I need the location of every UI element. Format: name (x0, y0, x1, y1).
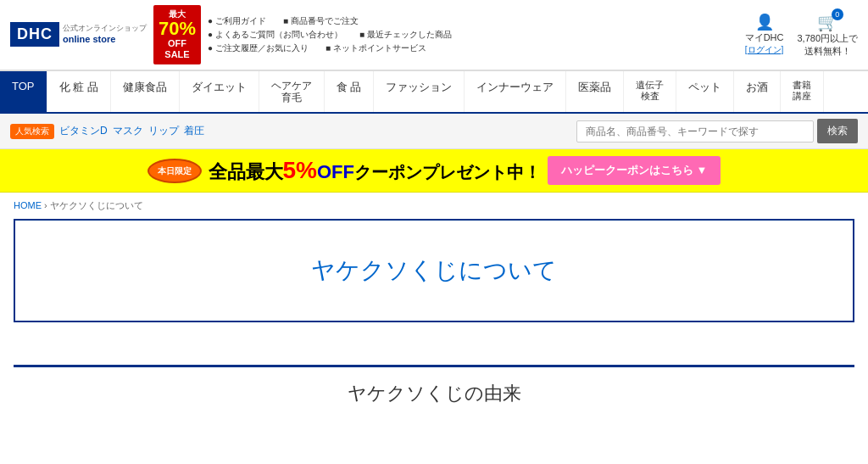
page-title: ヤケクソくじについて (32, 254, 836, 287)
search-bar: 人気検索 ビタミンD マスク リップ 着圧 検索 (0, 114, 868, 149)
content-area: ヤケクソくじについて (0, 219, 868, 365)
cart-icon-wrap: 🛒 0 (817, 12, 838, 32)
cart-area[interactable]: 🛒 0 3,780円以上で 送料無料！ (797, 12, 858, 58)
popular-item-compression[interactable]: 着圧 (184, 124, 204, 138)
coupon-button[interactable]: ハッピークーポンはこちら ▼ (548, 156, 721, 185)
coupon-badge: 本日限定 (147, 159, 202, 183)
nav-item-medicine[interactable]: 医薬品 (566, 71, 624, 113)
section-divider (14, 365, 854, 367)
nav-item-health[interactable]: 健康食品 (111, 71, 180, 113)
coupon-banner: 本日限定 全品最大5%OFFクーポンプレゼント中！ ハッピークーポンはこちら ▼ (0, 149, 868, 193)
popular-item-lip[interactable]: リップ (148, 124, 179, 138)
search-form: 検索 (576, 119, 858, 143)
section-title: ヤケクソくじの由来 (0, 381, 868, 415)
sale-badge: 最大 70% OFF SALE (153, 5, 201, 64)
nav-item-diet[interactable]: ダイエット (180, 71, 259, 113)
free-shipping-line1: 3,780円以上で (797, 32, 858, 45)
free-shipping-line2: 送料無料！ (804, 45, 851, 58)
nav-item-top[interactable]: TOP (0, 71, 47, 113)
popular-item-mask[interactable]: マスク (113, 124, 143, 138)
page-title-box: ヤケクソくじについて (14, 219, 854, 322)
nav-item-fashion[interactable]: ファッション (374, 71, 465, 113)
user-icon: 👤 (755, 13, 774, 31)
header-top: DHC 公式オンラインショップ online store 最大 70% OFF … (0, 0, 868, 70)
breadcrumb-separator: › (44, 200, 47, 210)
nav-item-books[interactable]: 書籍 講座 (781, 71, 824, 113)
popular-label: 人気検索 (10, 124, 54, 139)
dhc-logo: DHC 公式オンラインショップ online store (10, 22, 147, 47)
nav-item-cosmetics[interactable]: 化 粧 品 (47, 71, 111, 113)
breadcrumb: HOME › ヤケクソくじについて (0, 193, 868, 219)
header-links: ● ご利用ガイド ■ 商品番号でご注文 ● よくあるご質問（お問い合わせ） ■ … (208, 15, 738, 54)
nav-item-sake[interactable]: お酒 (734, 71, 781, 113)
login-link[interactable]: [ログイン] (745, 44, 784, 56)
breadcrumb-home[interactable]: HOME (14, 200, 42, 210)
nav-item-haircare[interactable]: ヘアケア 育毛 (259, 71, 325, 113)
coupon-text: 全品最大5%OFFクーポンプレゼント中！ (209, 157, 541, 185)
nav-item-pet[interactable]: ペット (676, 71, 734, 113)
dhc-brand-name: DHC (10, 22, 59, 47)
cart-count: 0 (832, 8, 843, 20)
popular-item-vitamin[interactable]: ビタミンD (59, 124, 108, 138)
my-dhc-label: マイDHC (745, 31, 784, 44)
popular-searches: 人気検索 ビタミンD マスク リップ 着圧 (10, 124, 204, 139)
header-right: 👤 マイDHC [ログイン] 🛒 0 3,780円以上で 送料無料！ (745, 12, 858, 58)
main-nav: TOP 化 粧 品 健康食品 ダイエット ヘアケア 育毛 食 品 ファッション … (0, 70, 868, 115)
breadcrumb-current: ヤケクソくじについて (50, 200, 143, 210)
nav-item-food[interactable]: 食 品 (325, 71, 375, 113)
search-button[interactable]: 検索 (817, 119, 858, 143)
nav-item-gene[interactable]: 遺伝子 検査 (624, 71, 676, 113)
nav-item-innerwear[interactable]: インナーウェア (465, 71, 566, 113)
search-input[interactable] (576, 120, 814, 143)
dhc-tagline: 公式オンラインショップ online store (63, 24, 147, 46)
my-dhc-area[interactable]: 👤 マイDHC [ログイン] (745, 13, 784, 56)
